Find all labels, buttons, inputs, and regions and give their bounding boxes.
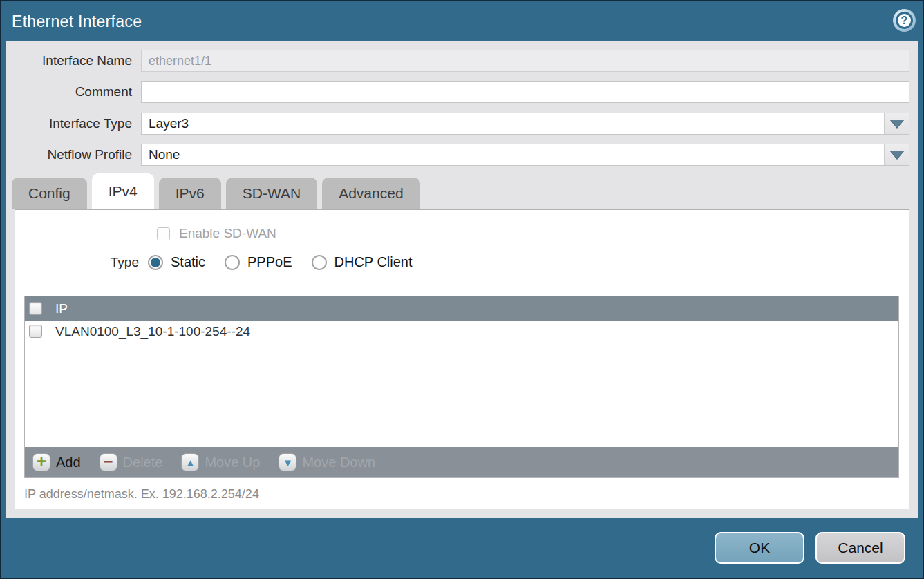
tab-ipv4[interactable]: IPv4 [92,173,154,209]
tab-sd-wan[interactable]: SD-WAN [226,178,317,209]
dialog-body: Interface Name Comment Interface Type La… [6,41,918,518]
select-all-checkbox[interactable] [29,302,42,315]
delete-icon: − [100,453,117,471]
add-icon: + [32,453,50,471]
netflow-profile-value: None [142,144,884,165]
help-button[interactable]: ? [893,9,916,32]
comment-field-wrap [141,81,909,103]
interface-type-field-wrap: Layer3 [141,113,909,135]
tab-config[interactable]: Config [12,178,87,209]
radio-pppoe[interactable] [225,255,240,270]
tab-advanced[interactable]: Advanced [322,178,419,209]
type-label: Type [15,255,148,270]
ipv4-tab-panel: Enable SD-WAN Type Static PPPoE DHCP C [15,209,909,509]
cancel-button[interactable]: Cancel [815,532,905,564]
ip-table-header: IP [25,296,898,321]
chevron-down-icon [890,120,904,128]
dialog-footer: OK Cancel [1,518,923,578]
ip-table: IP VLAN0100_L3_10-1-100-254--24 + Add [24,296,899,478]
enable-sdwan-checkbox [157,227,170,240]
netflow-profile-label: Netflow Profile [6,147,141,162]
interface-name-field-wrap [141,50,909,72]
move-down-button-label: Move Down [302,455,375,471]
tab-ipv6[interactable]: IPv6 [159,178,221,209]
comment-label: Comment [6,84,141,99]
interface-type-dropdown[interactable]: Layer3 [141,113,909,135]
radio-option-static[interactable]: Static [148,254,205,270]
add-button[interactable]: + Add [32,453,81,471]
tab-strip: Config IPv4 IPv6 SD-WAN Advanced [12,174,918,209]
dialog-title: Ethernet Interface [1,12,142,31]
chevron-down-icon [890,151,904,159]
row-ip-value: VLAN0100_L3_10-1-100-254--24 [55,324,250,339]
ip-format-hint: IP address/netmask. Ex. 192.168.2.254/24 [24,487,259,502]
type-row: Type Static PPPoE DHCP Client [15,254,909,270]
interface-name-input [141,50,909,72]
comment-input[interactable] [141,81,909,103]
radio-option-pppoe[interactable]: PPPoE [225,254,292,270]
interface-name-label: Interface Name [6,53,141,68]
help-icon: ? [896,12,913,29]
move-down-button[interactable]: ▼ Move Down [279,453,375,471]
interface-type-dropdown-button[interactable] [884,113,909,134]
row-checkbox-cell [25,321,46,342]
interface-name-row: Interface Name [6,50,909,72]
radio-dhcp-client-label: DHCP Client [334,254,413,270]
interface-type-row: Interface Type Layer3 [6,113,909,135]
add-button-label: Add [56,455,81,471]
delete-button[interactable]: − Delete [100,453,163,471]
select-all-cell [25,296,46,321]
move-up-icon: ▲ [181,453,199,471]
move-up-button-label: Move Up [205,455,260,471]
row-checkbox[interactable] [29,325,42,338]
radio-static[interactable] [148,255,163,270]
ethernet-interface-dialog: Ethernet Interface ? Interface Name Comm… [0,0,924,579]
ip-table-body: VLAN0100_L3_10-1-100-254--24 [25,321,898,447]
netflow-profile-row: Netflow Profile None [6,144,909,166]
netflow-profile-dropdown-button[interactable] [884,144,909,165]
enable-sdwan-label: Enable SD-WAN [179,226,276,241]
comment-row: Comment [6,81,909,103]
type-radio-group: Static PPPoE DHCP Client [148,254,413,270]
interface-type-label: Interface Type [6,116,141,131]
radio-dhcp-client[interactable] [312,255,327,270]
ok-button[interactable]: OK [715,532,804,564]
table-row[interactable]: VLAN0100_L3_10-1-100-254--24 [25,321,898,342]
ip-column-header: IP [55,301,68,316]
table-toolbar: + Add − Delete ▲ Move Up ▼ Move Down [25,447,898,477]
move-down-icon: ▼ [279,453,296,471]
netflow-profile-field-wrap: None [141,144,909,166]
enable-sdwan-row: Enable SD-WAN [157,226,909,241]
radio-option-dhcp-client[interactable]: DHCP Client [312,254,413,270]
move-up-button[interactable]: ▲ Move Up [181,453,260,471]
radio-pppoe-label: PPPoE [247,254,292,270]
interface-type-value: Layer3 [142,113,884,134]
delete-button-label: Delete [123,455,163,471]
radio-static-label: Static [171,254,205,270]
netflow-profile-dropdown[interactable]: None [141,144,909,166]
title-bar: Ethernet Interface [1,1,923,41]
